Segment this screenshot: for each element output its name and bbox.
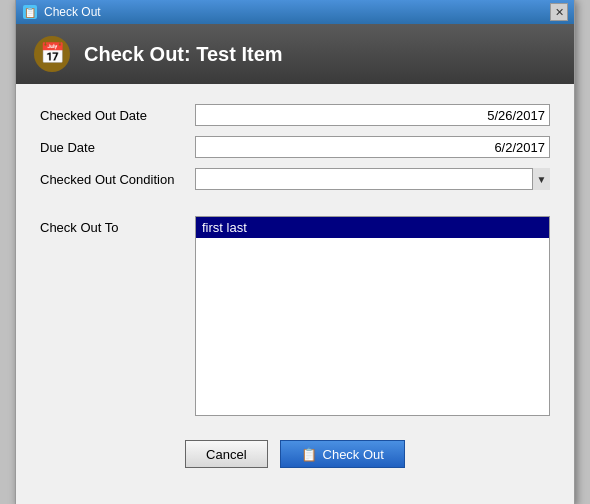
due-date-input[interactable] <box>195 136 550 158</box>
checked-out-condition-wrapper: Good Fair Poor ▼ <box>195 168 550 190</box>
checkout-icon: 📋 <box>301 446 317 462</box>
checked-out-date-label: Checked Out Date <box>40 108 195 123</box>
title-bar-left: 📋 Check Out <box>22 4 101 20</box>
window-icon: 📋 <box>22 4 38 20</box>
checked-out-condition-label: Checked Out Condition <box>40 172 195 187</box>
svg-text:📅: 📅 <box>40 41 65 65</box>
button-row: Cancel 📋 Check Out <box>40 432 550 484</box>
checkout-button[interactable]: 📋 Check Out <box>280 440 405 468</box>
checked-out-date-row: Checked Out Date <box>40 104 550 126</box>
title-bar: 📋 Check Out ✕ <box>16 0 574 24</box>
header-bar: 📅 Check Out: Test Item <box>16 24 574 84</box>
title-bar-title: Check Out <box>44 5 101 19</box>
header-title: Check Out: Test Item <box>84 43 283 66</box>
check-out-window: 📋 Check Out ✕ 📅 Check Out: Test Item Che… <box>15 0 575 504</box>
due-date-label: Due Date <box>40 140 195 155</box>
checked-out-date-input[interactable] <box>195 104 550 126</box>
check-out-to-section: Check Out To first last <box>40 216 550 416</box>
check-out-to-label: Check Out To <box>40 216 195 416</box>
list-item[interactable]: first last <box>196 217 549 238</box>
form-area: Checked Out Date Due Date Checked Out Co… <box>16 84 574 504</box>
checked-out-condition-select[interactable]: Good Fair Poor <box>195 168 550 190</box>
cancel-button[interactable]: Cancel <box>185 440 267 468</box>
svg-text:📋: 📋 <box>24 6 37 19</box>
header-icon: 📅 <box>32 34 72 74</box>
due-date-row: Due Date <box>40 136 550 158</box>
checked-out-condition-row: Checked Out Condition Good Fair Poor ▼ <box>40 168 550 190</box>
check-out-to-list[interactable]: first last <box>195 216 550 416</box>
close-button[interactable]: ✕ <box>550 3 568 21</box>
